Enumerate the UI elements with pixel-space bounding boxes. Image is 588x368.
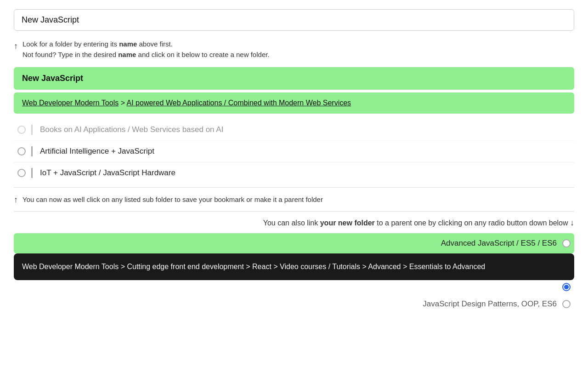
bottom-item-2[interactable]: JavaScript Design Patterns, OOP, ES6 bbox=[14, 294, 574, 314]
list-item[interactable]: Books on AI Applications / Web Services … bbox=[14, 119, 574, 141]
search-input[interactable] bbox=[22, 15, 566, 25]
bottom-item-wrapper-1: Advanced JavaScript / ES5 / ES6 Web Deve… bbox=[14, 233, 574, 294]
divider-2 bbox=[31, 146, 33, 156]
selected-radio-row bbox=[14, 280, 574, 294]
hint1-bold1: name bbox=[119, 40, 137, 48]
radio-button-2[interactable] bbox=[17, 147, 26, 155]
hint-row: ↑ Look for a folder by entering its name… bbox=[14, 39, 574, 60]
list-item-label-2: Artificial Intelligence + JavaScript bbox=[40, 147, 154, 156]
bottom-hint-row: ↑ You can now as well click on any liste… bbox=[14, 187, 574, 211]
list-item-label-1: Books on AI Applications / Web Services … bbox=[40, 125, 223, 134]
breadcrumb-separator: > bbox=[119, 99, 126, 107]
hint2-part1: Not found? Type in the desired bbox=[23, 51, 118, 58]
hint-text: Look for a folder by entering its name a… bbox=[23, 39, 270, 60]
arrow-up-icon-2: ↑ bbox=[14, 195, 18, 205]
radio-button-1[interactable] bbox=[17, 126, 26, 134]
folder-list: Books on AI Applications / Web Services … bbox=[14, 119, 574, 184]
breadcrumb-part2[interactable]: AI powered Web Applications / Combined w… bbox=[127, 99, 351, 107]
breadcrumb-highlight[interactable]: Web Developer Modern Tools > AI powered … bbox=[14, 92, 574, 114]
list-item-label-3: IoT + JavaScript / JavaScript Hardware bbox=[40, 168, 175, 178]
arrow-down-icon: ↓ bbox=[570, 218, 574, 228]
divider-1 bbox=[31, 125, 33, 135]
search-input-wrapper[interactable] bbox=[14, 9, 574, 31]
bottom-item-label-2: JavaScript Design Patterns, OOP, ES6 bbox=[17, 299, 557, 309]
list-item[interactable]: Artificial Intelligence + JavaScript bbox=[14, 141, 574, 162]
hint2-bold: name bbox=[118, 51, 136, 58]
bottom-item-1[interactable]: Advanced JavaScript / ES5 / ES6 bbox=[14, 233, 574, 253]
tooltip-box: Web Developer Modern Tools > Cutting edg… bbox=[14, 253, 574, 280]
bottom-hint-text: You can now as well click on any listed … bbox=[23, 196, 323, 203]
hint2-part2: and click on it below to create a new fo… bbox=[136, 51, 269, 58]
main-container: ↑ Look for a folder by entering its name… bbox=[0, 0, 588, 323]
hint1-part1: Look for a folder by entering its bbox=[23, 40, 119, 48]
radio-button-bottom-1[interactable] bbox=[562, 239, 571, 247]
new-folder-label[interactable]: New JavaScript bbox=[14, 67, 574, 90]
link-hint-bold: your new folder bbox=[320, 219, 375, 227]
link-hint-part1: You can also link bbox=[263, 219, 320, 227]
link-hint: You can also link your new folder to a p… bbox=[14, 211, 574, 231]
hint1-part2: above first. bbox=[137, 40, 173, 48]
link-hint-part2: to a parent one by clicking on any radio… bbox=[375, 219, 568, 227]
arrow-up-icon: ↑ bbox=[14, 40, 18, 52]
bottom-item-label-1: Advanced JavaScript / ES5 / ES6 bbox=[17, 239, 557, 248]
radio-button-selected[interactable] bbox=[562, 283, 571, 291]
divider-3 bbox=[31, 168, 33, 178]
breadcrumb-part1[interactable]: Web Developer Modern Tools bbox=[22, 99, 119, 107]
radio-button-3[interactable] bbox=[17, 169, 26, 177]
bottom-folder-list: Advanced JavaScript / ES5 / ES6 Web Deve… bbox=[14, 233, 574, 314]
list-item[interactable]: IoT + JavaScript / JavaScript Hardware bbox=[14, 162, 574, 184]
radio-button-bottom-2[interactable] bbox=[562, 300, 571, 308]
